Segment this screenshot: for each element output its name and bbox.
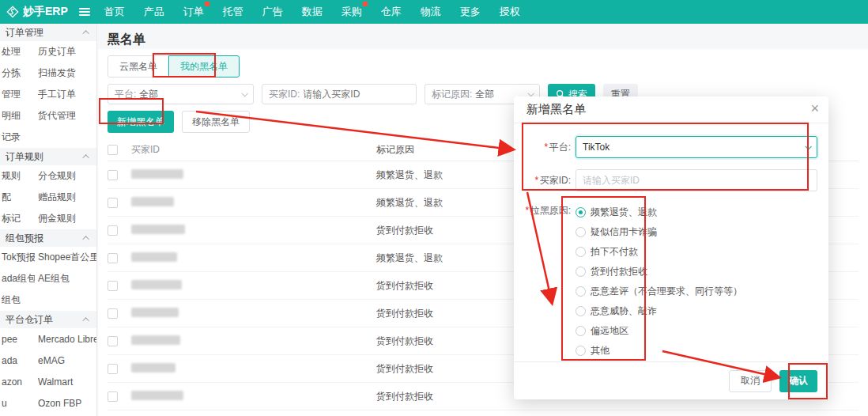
radio-icon — [576, 227, 586, 237]
confirm-button[interactable]: 确认 — [779, 370, 817, 392]
chevron-down-icon — [805, 143, 811, 149]
row-checkbox[interactable] — [108, 364, 118, 374]
top-navbar: 妙手ERP 首页 产品 订单 托管 广告 数据 采购 仓库 物流 更多 授权 — [0, 0, 868, 24]
col-buyer-id: 买家ID — [131, 143, 376, 157]
platform-field-row: *平台: TikTok — [525, 136, 817, 158]
buyer-id-redacted — [131, 308, 179, 317]
row-checkbox[interactable] — [108, 253, 118, 263]
reason-radio-cod-rejected[interactable]: 货到付款拒收 — [576, 262, 817, 282]
reason-radio-frequent-returns[interactable]: 频繁退货、退款 — [576, 202, 817, 222]
sidebar-item[interactable]: Shopee首公里 — [35, 251, 96, 264]
sidebar-item[interactable]: 佣金规则 — [35, 212, 96, 225]
nav-items: 首页 产品 订单 托管 广告 数据 采购 仓库 物流 更多 授权 — [104, 5, 520, 19]
sidebar-item[interactable]: 分拣 — [0, 66, 35, 80]
chevron-up-icon — [82, 154, 89, 161]
row-checkbox[interactable] — [108, 225, 118, 236]
reason-radio-bad-review[interactable]: 恶意差评（不合理要求、同行等等） — [576, 282, 817, 301]
sidebar-item[interactable]: 规则 — [0, 169, 35, 183]
sidebar-item[interactable]: 管理 — [0, 88, 35, 101]
chevron-up-icon — [82, 30, 89, 36]
row-checkbox[interactable] — [108, 336, 118, 346]
row-checkbox[interactable] — [108, 170, 118, 180]
sidebar-item[interactable]: 处理 — [0, 45, 35, 59]
select-all-checkbox[interactable] — [108, 145, 118, 155]
chevron-up-icon — [82, 236, 89, 242]
reason-radio-no-payment[interactable]: 拍下不付款 — [576, 242, 817, 262]
sidebar-item[interactable]: 扫描发货 — [35, 66, 96, 80]
nav-item-logistics[interactable]: 物流 — [421, 5, 441, 19]
modal-footer: 取消 确认 — [514, 361, 828, 399]
sidebar-item[interactable]: Ozon FBP — [35, 398, 96, 409]
sidebar-item[interactable]: AE组包 — [35, 272, 96, 286]
reason-radio-threats[interactable]: 恶意威胁、敲诈 — [576, 301, 817, 321]
reason-radio-other[interactable]: 其他 — [576, 341, 817, 361]
reason-field-row: *拉黑原因: 频繁退货、退款 疑似信用卡诈骗 拍下不付款 货到付款拒收 恶意差评… — [525, 202, 817, 361]
radio-checked-icon — [576, 207, 586, 217]
nav-item-products[interactable]: 产品 — [144, 5, 164, 19]
buyer-id-field-row: *买家ID: — [525, 169, 817, 191]
nav-item-purchase[interactable]: 采购 — [342, 5, 362, 19]
sidebar-section-order-rules[interactable]: 订单规则 — [0, 148, 96, 165]
sidebar-item[interactable]: u — [0, 398, 35, 409]
radio-icon — [576, 286, 586, 297]
sidebar-item-tiktok-forecast[interactable]: Tok预报HOT — [0, 251, 35, 264]
sidebar-item[interactable]: 组包 — [0, 293, 35, 307]
sidebar-item[interactable]: Walmart — [35, 376, 96, 388]
sidebar-item[interactable]: ada — [0, 355, 35, 366]
cancel-button[interactable]: 取消 — [729, 370, 772, 392]
row-checkbox[interactable] — [108, 308, 118, 319]
nav-item-home[interactable]: 首页 — [104, 5, 125, 19]
sidebar-item[interactable]: 明细 — [0, 109, 35, 123]
sidebar-item[interactable]: ada组包 — [0, 272, 35, 286]
sidebar-section-order-management[interactable]: 订单管理 — [0, 24, 96, 41]
nav-item-warehouse[interactable]: 仓库 — [381, 5, 402, 19]
sidebar-item[interactable]: 配 — [0, 191, 35, 204]
nav-item-ads[interactable]: 广告 — [262, 5, 283, 19]
row-checkbox[interactable] — [108, 198, 118, 208]
sidebar-item[interactable]: pee — [0, 334, 35, 345]
tab-cloud-blacklist[interactable]: 云黑名单 — [108, 55, 169, 78]
radio-icon — [576, 306, 586, 316]
app-logo: 妙手ERP — [0, 5, 76, 19]
required-asterisk: * — [534, 175, 538, 186]
sidebar-item[interactable]: 赠品规则 — [35, 191, 96, 204]
buyer-id-redacted — [131, 252, 177, 262]
logo-icon — [6, 6, 19, 18]
sidebar-item[interactable]: 手工订单 — [35, 88, 96, 101]
sidebar-section-platform-orders[interactable]: 平台仓订单 — [0, 311, 96, 328]
nav-item-hosting[interactable]: 托管 — [223, 5, 243, 19]
platform-filter-select[interactable]: 平台: 全部 — [108, 84, 254, 104]
sidebar-item[interactable]: 记录 — [0, 130, 35, 144]
nav-item-data[interactable]: 数据 — [302, 5, 323, 19]
platform-select[interactable]: TikTok — [576, 136, 817, 158]
sidebar-section-pack-forecast[interactable]: 组包预报 — [0, 229, 96, 247]
buyer-id-filter-field[interactable]: 买家ID: — [262, 84, 417, 104]
menu-icon[interactable] — [79, 8, 90, 16]
add-blacklist-button[interactable]: 新增黑名单 — [108, 111, 174, 133]
sidebar-item[interactable]: eMAG — [35, 355, 96, 366]
buyer-id-redacted — [131, 363, 175, 373]
close-icon[interactable]: × — [810, 101, 819, 115]
sidebar-item[interactable]: Mercado Libre — [35, 334, 96, 345]
remove-blacklist-button[interactable]: 移除黑名单 — [182, 111, 250, 133]
sidebar-item[interactable]: azon — [0, 376, 35, 388]
radio-icon — [576, 326, 586, 336]
sidebar: 订单管理 处理历史订单 分拣扫描发货 管理手工订单 明细货代管理 记录 订单规则… — [0, 24, 97, 416]
sidebar-item[interactable]: 历史订单 — [35, 45, 96, 59]
buyer-id-filter-input[interactable] — [303, 89, 409, 100]
sidebar-item[interactable]: 分仓规则 — [35, 169, 96, 183]
reason-radio-card-fraud[interactable]: 疑似信用卡诈骗 — [576, 222, 817, 242]
nav-item-orders[interactable]: 订单 — [183, 5, 204, 19]
radio-icon — [576, 346, 586, 356]
chevron-down-icon — [241, 90, 247, 96]
sidebar-item[interactable]: 货代管理 — [35, 109, 96, 123]
nav-item-auth[interactable]: 授权 — [500, 5, 520, 19]
nav-item-more[interactable]: 更多 — [460, 5, 481, 19]
reason-radio-remote-area[interactable]: 偏远地区 — [576, 321, 817, 341]
sidebar-item[interactable]: 标记 — [0, 212, 35, 225]
table-row: 货到付款拒收 tiktok — [108, 410, 859, 416]
row-checkbox[interactable] — [108, 391, 118, 402]
tab-my-blacklist[interactable]: 我的黑名单 — [168, 55, 240, 78]
row-checkbox[interactable] — [108, 281, 118, 291]
buyer-id-input[interactable] — [576, 169, 817, 191]
